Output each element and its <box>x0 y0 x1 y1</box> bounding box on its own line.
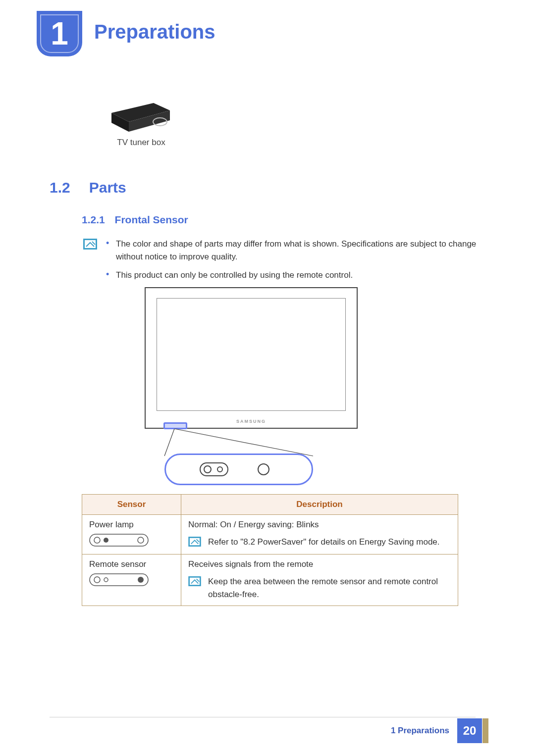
subsection-number: 1.2.1 <box>82 214 105 225</box>
svg-point-19 <box>94 577 100 583</box>
sensor-table: Sensor Description Power lamp Normal: On… <box>82 494 458 606</box>
note-bullet: The color and shape of parts may differ … <box>106 238 481 264</box>
subsection-title: Frontal Sensor <box>115 214 188 225</box>
chapter-tab: 1 <box>37 11 82 56</box>
note-bullet: This product can only be controlled by u… <box>106 269 481 282</box>
table-header-sensor: Sensor <box>82 495 181 515</box>
monitor-figure: SAMSUNG <box>145 287 358 429</box>
remote-sensor-icon <box>89 573 149 586</box>
tv-tuner-box-icon <box>107 93 176 133</box>
section-title: Parts <box>89 179 126 196</box>
monitor-outline: SAMSUNG <box>145 287 358 429</box>
table-cell-sensor: Power lamp <box>82 515 181 554</box>
sensor-highlight <box>163 422 187 429</box>
note-list: The color and shape of parts may differ … <box>106 238 481 287</box>
power-lamp-icon <box>89 534 149 547</box>
table-row: Remote sensor Receives signals from the … <box>82 554 458 606</box>
svg-rect-12 <box>90 534 148 546</box>
svg-point-11 <box>258 464 269 475</box>
table-row: Power lamp Normal: On / Energy saving: B… <box>82 515 458 554</box>
chapter-title: Preparations <box>94 21 215 43</box>
svg-point-15 <box>138 537 144 543</box>
sensor-pill-detail-icon <box>199 461 278 478</box>
footer-separator <box>50 717 476 717</box>
tv-tuner-figure: TV tuner box <box>99 93 183 148</box>
note-icon <box>188 537 201 547</box>
cell-note: Keep the area between the remote sensor … <box>188 575 451 601</box>
note-icon <box>188 576 201 586</box>
note-icon <box>83 239 97 250</box>
subsection-header: 1.2.1 Frontal Sensor <box>82 214 188 226</box>
table-cell-sensor: Remote sensor <box>82 554 181 606</box>
svg-line-6 <box>164 429 174 456</box>
cell-note: Refer to "8.2 PowerSaver" for details on… <box>188 536 451 549</box>
sensor-detail-pill <box>164 454 313 485</box>
section-number: 1.2 <box>50 179 70 196</box>
sensor-desc: Normal: On / Energy saving: Blinks <box>188 520 451 530</box>
tv-tuner-caption: TV tuner box <box>99 138 183 148</box>
footer-thumb-tab <box>482 718 488 743</box>
svg-point-21 <box>138 577 144 583</box>
cell-note-text: Keep the area between the remote sensor … <box>208 575 451 601</box>
svg-point-10 <box>217 467 222 472</box>
svg-line-7 <box>174 429 313 456</box>
chapter-number: 1 <box>51 15 68 52</box>
section-header: 1.2 Parts <box>50 179 126 196</box>
svg-point-20 <box>104 578 108 582</box>
table-cell-description: Normal: On / Energy saving: Blinks Refer… <box>181 515 458 554</box>
cell-note-text: Refer to "8.2 PowerSaver" for details on… <box>208 536 440 549</box>
table-header-row: Sensor Description <box>82 495 458 515</box>
svg-point-14 <box>104 538 108 543</box>
monitor-screen <box>157 298 346 411</box>
sensor-name: Remote sensor <box>89 559 174 569</box>
note-block: The color and shape of parts may differ … <box>83 238 481 287</box>
chapter-tab-inner: 1 <box>40 14 79 53</box>
svg-point-9 <box>204 466 211 473</box>
footer-label: 1 Preparations <box>391 726 449 736</box>
page-number-badge: 20 <box>457 718 482 743</box>
footer: 1 Preparations 20 <box>391 718 482 743</box>
sensor-desc: Receives signals from the remote <box>188 559 451 569</box>
svg-point-13 <box>94 537 100 543</box>
sensor-name: Power lamp <box>89 520 174 530</box>
table-cell-description: Receives signals from the remote Keep th… <box>181 554 458 606</box>
table-header-description: Description <box>181 495 458 515</box>
